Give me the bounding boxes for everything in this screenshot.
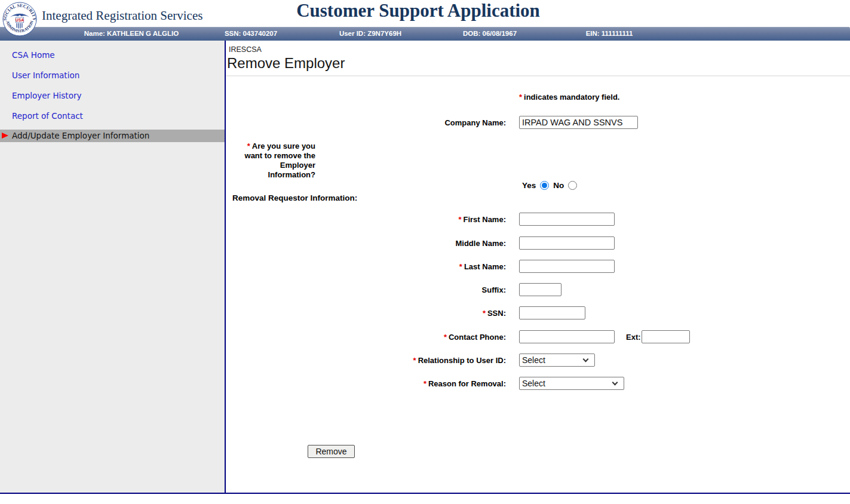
logo-usa-text: USA xyxy=(16,18,24,22)
required-asterisk: * xyxy=(459,262,462,271)
no-label: No xyxy=(553,181,564,190)
required-asterisk: * xyxy=(247,142,250,150)
company-name-label: Company Name: xyxy=(323,118,506,127)
ext-input[interactable] xyxy=(642,330,690,343)
middle-name-label: Middle Name: xyxy=(323,239,506,248)
sidebar-item-add-update-employer-information[interactable]: Add/Update Employer Information xyxy=(0,130,225,142)
user-id: User ID: Z9N7Y69H xyxy=(311,27,430,41)
user-name: Name: KATHLEEN G ALGLIO xyxy=(72,27,191,41)
contact-phone-label: *Contact Phone: xyxy=(323,333,506,342)
required-asterisk: * xyxy=(413,356,416,365)
user-ein: EIN: 111111111 xyxy=(550,27,669,41)
first-name-label: *First Name: xyxy=(323,215,506,224)
sidebar-item-report-of-contact[interactable]: Report of Contact xyxy=(12,111,83,121)
last-name-label: *Last Name: xyxy=(323,262,506,271)
yes-label: Yes xyxy=(522,181,536,190)
yes-radio[interactable] xyxy=(540,181,549,190)
user-ssn: SSN: 043740207 xyxy=(191,27,311,41)
suffix-label: Suffix: xyxy=(323,285,506,294)
required-asterisk: * xyxy=(519,93,522,102)
no-radio[interactable] xyxy=(568,181,577,190)
reason-label: *Reason for Removal: xyxy=(323,379,506,388)
active-item-label: Add/Update Employer Information xyxy=(12,130,149,142)
bottom-divider xyxy=(0,493,850,494)
mandatory-field-note: *indicates mandatory field. xyxy=(519,93,619,102)
ssn-label: *SSN: xyxy=(323,309,506,318)
last-name-input[interactable] xyxy=(519,260,615,273)
sidebar-item-csa-home[interactable]: CSA Home xyxy=(12,50,55,60)
company-name-input[interactable] xyxy=(519,116,638,129)
user-info-bar: Name: KATHLEEN G ALGLIO SSN: 043740207 U… xyxy=(0,27,850,41)
app-title: Customer Support Application xyxy=(0,0,836,21)
breadcrumb: IRESCSA xyxy=(229,45,262,54)
suffix-input[interactable] xyxy=(519,283,561,296)
relationship-select[interactable]: Select xyxy=(519,354,595,367)
sidebar-item-user-information[interactable]: User Information xyxy=(12,70,79,80)
title-divider xyxy=(226,75,850,76)
sidebar-item-employer-history[interactable]: Employer History xyxy=(12,91,81,100)
relationship-label: *Relationship to User ID: xyxy=(323,356,506,365)
ext-label: Ext: xyxy=(626,333,641,342)
confirm-remove-question: *Are you sure you want to remove the Emp… xyxy=(231,142,315,180)
required-asterisk: * xyxy=(444,333,447,342)
reason-select[interactable]: Select xyxy=(519,377,624,390)
ssa-seal-logo: SOCIAL SECURITY ADMINISTRATION USA xyxy=(2,2,37,36)
ssn-input[interactable] xyxy=(519,306,585,319)
required-asterisk: * xyxy=(458,215,461,224)
active-item-arrow-icon xyxy=(2,133,8,139)
requestor-section-label: Removal Requestor Information: xyxy=(232,193,357,202)
user-dob: DOB: 06/08/1967 xyxy=(430,27,550,41)
remove-button[interactable]: Remove xyxy=(308,445,355,458)
sidebar-divider xyxy=(225,41,226,493)
page-title: Remove Employer xyxy=(227,55,345,72)
contact-phone-input[interactable] xyxy=(519,330,615,343)
middle-name-input[interactable] xyxy=(519,236,615,250)
page: SOCIAL SECURITY ADMINISTRATION USA Integ… xyxy=(0,0,850,504)
first-name-input[interactable] xyxy=(519,213,615,226)
confirm-radio-group: Yes No xyxy=(522,181,577,190)
sidebar: CSA Home User Information Employer Histo… xyxy=(0,41,225,493)
required-asterisk: * xyxy=(424,379,426,388)
required-asterisk: * xyxy=(483,309,486,318)
